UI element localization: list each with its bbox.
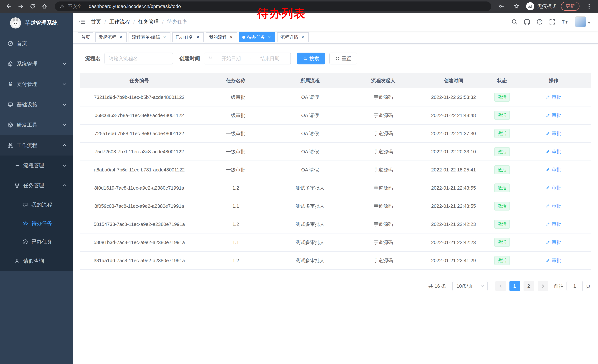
tag-start-process[interactable]: 发起流程× <box>95 32 127 42</box>
close-icon[interactable]: × <box>162 35 167 40</box>
process-name-label: 流程名 <box>85 55 101 62</box>
sidebar-item-workflow[interactable]: 工作流程 <box>0 135 73 155</box>
tag-home[interactable]: 首页 <box>78 32 93 42</box>
close-icon[interactable]: × <box>195 35 200 40</box>
goto-label: 前往 <box>554 283 564 289</box>
end-date-input[interactable] <box>253 56 286 61</box>
close-icon[interactable]: × <box>229 35 234 40</box>
edit-icon <box>546 131 550 136</box>
tag-process-form-edit[interactable]: 流程表单-编辑× <box>129 32 170 42</box>
edit-icon <box>546 240 550 244</box>
browser-menu-dots-icon[interactable] <box>584 1 594 11</box>
page-button-1[interactable]: 1 <box>509 281 520 291</box>
approve-link[interactable]: 审批 <box>546 130 561 137</box>
total-count: 共 16 条 <box>429 283 446 289</box>
sidebar-item-infrastructure[interactable]: 基础设施 <box>0 94 73 115</box>
approve-link[interactable]: 审批 <box>546 148 561 155</box>
security-label: 不安全 <box>68 3 82 9</box>
avatar <box>575 16 586 27</box>
next-page-button[interactable] <box>538 281 548 291</box>
sidebar-item-home[interactable]: 首页 <box>0 33 73 54</box>
approve-link[interactable]: 审批 <box>546 257 561 264</box>
top-navbar: 首页 / 工作流程 / 任务管理 / 待办任务 ? <box>73 13 598 31</box>
status-badge: 激活 <box>494 202 510 210</box>
dashboard-icon <box>8 40 13 47</box>
process-name-input[interactable] <box>105 53 173 65</box>
refresh-icon <box>335 56 340 61</box>
sidebar-item-my-process[interactable]: 我的流程 <box>0 195 73 214</box>
help-icon[interactable]: ? <box>537 19 543 25</box>
github-icon[interactable] <box>524 19 530 25</box>
svg-text:?: ? <box>539 20 540 24</box>
url-text: dashboard.yudao.iocoder.cn/bpm/task/todo <box>89 4 181 9</box>
chevron-up-icon <box>62 183 67 188</box>
breadcrumb-workflow[interactable]: 工作流程 <box>109 18 130 25</box>
browser-toolbar-right: 无痕模式 更新 <box>497 1 594 11</box>
tag-todo-task[interactable]: 待办任务× <box>239 32 275 42</box>
close-icon[interactable]: × <box>300 35 305 40</box>
breadcrumb-home[interactable]: 首页 <box>91 18 101 25</box>
status-badge: 激活 <box>494 93 510 101</box>
approve-link[interactable]: 审批 <box>546 94 561 100</box>
goto-page-input[interactable] <box>566 281 583 291</box>
close-icon[interactable]: × <box>267 35 272 40</box>
breadcrumb-task-management[interactable]: 任务管理 <box>138 18 159 25</box>
date-range-picker[interactable]: - <box>204 53 291 65</box>
app-logo[interactable]: 芋道管理系统 <box>0 13 73 33</box>
close-icon[interactable]: × <box>118 35 123 40</box>
sidebar-item-devtools[interactable]: 研发工具 <box>0 115 73 135</box>
chevron-down-icon <box>62 82 67 87</box>
sidebar-collapse-icon[interactable] <box>79 18 85 25</box>
update-button[interactable]: 更新 <box>561 2 580 11</box>
browser-home-button[interactable] <box>39 1 50 11</box>
page-button-2[interactable]: 2 <box>523 281 534 291</box>
reset-button[interactable]: 重置 <box>329 53 357 65</box>
edit-icon <box>546 204 550 208</box>
approve-link[interactable]: 审批 <box>546 185 561 191</box>
tag-process-detail[interactable]: 流程详情× <box>277 32 309 42</box>
sidebar-item-payment[interactable]: ¥ 支付管理 <box>0 74 73 94</box>
sidebar-item-system[interactable]: 系统管理 <box>0 54 73 74</box>
password-key-icon[interactable] <box>497 1 507 11</box>
sidebar-item-task-management[interactable]: 任务管理 <box>0 176 73 195</box>
monitor-icon <box>8 102 13 108</box>
create-time-label: 创建时间 <box>179 55 200 62</box>
sidebar-item-process-management[interactable]: 流程管理 <box>0 155 73 176</box>
approve-link[interactable]: 审批 <box>546 166 561 173</box>
breadcrumb: 首页 / 工作流程 / 任务管理 / 待办任务 <box>91 18 188 25</box>
browser-refresh-button[interactable] <box>27 1 38 11</box>
table-row: 725a1eb6-7b88-11ec-8ef0-acde48001122一级审批… <box>80 124 590 143</box>
approve-link[interactable]: 审批 <box>546 239 561 245</box>
page-size-select[interactable]: 10条/页 <box>452 281 488 291</box>
fullscreen-icon[interactable] <box>549 19 555 25</box>
cube-icon <box>8 122 13 128</box>
goto-unit: 页 <box>586 283 590 289</box>
sidebar-item-done-task[interactable]: 已办任务 <box>0 233 73 251</box>
tag-my-process[interactable]: 我的流程× <box>206 32 237 42</box>
table-row: 8f0d1619-7ac8-11ec-a9e2-a2380e71991a1.2测… <box>80 179 590 197</box>
bookmark-star-icon[interactable] <box>511 1 522 11</box>
search-icon <box>303 56 307 61</box>
approve-link[interactable]: 审批 <box>546 221 561 227</box>
start-date-input[interactable] <box>215 56 248 61</box>
sidebar-item-leave-query[interactable]: 请假查询 <box>0 251 73 271</box>
browser-forward-button[interactable] <box>16 1 26 11</box>
sidebar-item-todo-task[interactable]: 待办任务 <box>0 214 73 233</box>
calendar-icon <box>208 56 213 61</box>
gear-icon <box>8 61 13 67</box>
browser-back-button[interactable] <box>4 1 14 11</box>
chevron-down-icon <box>62 102 67 107</box>
approve-link[interactable]: 审批 <box>546 112 561 119</box>
approve-link[interactable]: 审批 <box>546 203 561 209</box>
todo-task-table: 任务编号 任务名称 所属流程 流程发起人 创建时间 状态 操作 73211d9d… <box>80 73 590 270</box>
font-size-icon[interactable]: TT <box>562 19 569 25</box>
tag-done-task[interactable]: 已办任务× <box>172 32 204 42</box>
search-button[interactable]: 搜索 <box>297 53 325 65</box>
table-row: 069c6a63-7b8a-11ec-8ef0-acde48001122一级审批… <box>80 106 590 124</box>
incognito-badge: 无痕模式 <box>526 2 556 10</box>
search-icon[interactable] <box>511 19 518 25</box>
table-row: a6aba0a4-7b6d-11ec-b781-acde48001122一级审批… <box>80 161 590 179</box>
svg-text:T: T <box>565 21 568 24</box>
user-menu[interactable] <box>575 16 590 27</box>
status-badge: 激活 <box>494 238 510 247</box>
